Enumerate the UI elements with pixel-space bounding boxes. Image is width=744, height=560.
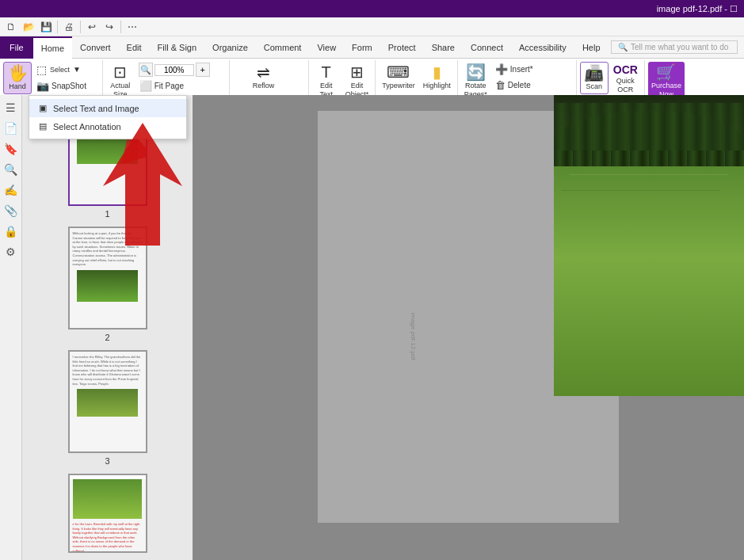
- quick-ocr-button[interactable]: OCR QuickOCR: [610, 62, 641, 97]
- menu-file[interactable]: File: [0, 36, 33, 59]
- scan-label: Scan: [586, 82, 603, 91]
- select-text-image-label: Select Text and Image: [53, 104, 139, 113]
- open-icon[interactable]: 📂: [21, 19, 36, 35]
- select-label: Select: [50, 66, 70, 74]
- print-icon[interactable]: 🖨: [61, 19, 77, 35]
- zoom-in-button[interactable]: +: [196, 63, 210, 77]
- thumbnail-panel: They did experience quite a feast. Their…: [22, 95, 193, 560]
- new-icon[interactable]: 🗋: [3, 19, 19, 35]
- thumbnail-text-3: I remember the Rilley. The grandmothers …: [70, 352, 146, 389]
- thumbnail-item-3[interactable]: I remember the Rilley. The grandmothers …: [68, 350, 147, 466]
- thumbnail-img-area-4: [73, 479, 141, 519]
- sidebar-icon-sign[interactable]: ✍: [2, 181, 21, 200]
- highlight-button[interactable]: ▮ Highlight: [420, 62, 454, 93]
- thumbnail-frame-4[interactable]: e for the town. Breeded with my stuff at…: [68, 474, 147, 553]
- menu-form[interactable]: Form: [344, 36, 380, 59]
- thumbnail-number-1: 1: [105, 209, 109, 219]
- menu-accessibility[interactable]: Accessibility: [511, 36, 574, 59]
- sidebar-icon-pages[interactable]: ☰: [2, 98, 21, 117]
- redo-icon[interactable]: ↪: [101, 19, 117, 35]
- sidebar-icon-attach[interactable]: 📎: [2, 201, 21, 220]
- menu-connect[interactable]: Connect: [463, 36, 511, 59]
- grass-line-1: [570, 174, 728, 175]
- toolbar-sep-3: [120, 21, 121, 33]
- menu-share[interactable]: Share: [424, 36, 463, 59]
- select-icon: ⬚: [36, 64, 47, 75]
- edit-text-icon: T: [322, 64, 331, 80]
- fit-page-label: Fit Page: [155, 82, 184, 90]
- sidebar-icon-bookmark[interactable]: 🔖: [2, 139, 21, 158]
- typewriter-button[interactable]: ⌨ Typewriter: [379, 62, 418, 93]
- thumbnail-img-area-3: [77, 389, 138, 417]
- select-button[interactable]: ⬚ Select ▼: [33, 62, 99, 78]
- thumbnail-frame-3[interactable]: I remember the Rilley. The grandmothers …: [68, 350, 147, 453]
- snapshot-button[interactable]: 📷 SnapShot: [33, 78, 99, 93]
- sidebar-icon-doc[interactable]: 📄: [2, 119, 21, 138]
- zoom-input[interactable]: [155, 64, 194, 76]
- scan-icon: 📠: [584, 65, 604, 81]
- menu-protect[interactable]: Protect: [380, 36, 424, 59]
- snapshot-icon: 📷: [36, 80, 49, 92]
- fit-page-icon: ⬜: [139, 80, 152, 92]
- grass-area: [554, 166, 744, 396]
- thumbnail-item-4[interactable]: e for the town. Breeded with my stuff at…: [68, 474, 147, 553]
- scan-button[interactable]: 📠 Scan: [580, 62, 609, 94]
- right-field-image: [554, 95, 744, 396]
- insert-icon: ➕: [495, 63, 508, 75]
- zoom-out-button[interactable]: 🔍: [139, 63, 153, 77]
- insert-button[interactable]: ➕ Insert*: [492, 62, 538, 77]
- quick-ocr-label: QuickOCR: [616, 77, 635, 94]
- hand-label: Hand: [9, 82, 26, 91]
- thumbnail-number-2: 2: [105, 333, 109, 342]
- save-icon[interactable]: 💾: [38, 19, 54, 35]
- menu-comment[interactable]: Comment: [256, 36, 310, 59]
- page-side-text: image pdf-12.pdf: [410, 312, 417, 360]
- select-dropdown-icon[interactable]: ▼: [73, 65, 81, 74]
- menu-fill-sign[interactable]: Fill & Sign: [150, 36, 205, 59]
- typewriter-icon: ⌨: [387, 64, 410, 80]
- dropdown-item-select-annotation[interactable]: ▤ Select Annotation: [29, 117, 186, 135]
- thumbnail-number-3: 3: [105, 456, 109, 466]
- select-annotation-label: Select Annotation: [53, 122, 121, 131]
- sidebar-icon-search[interactable]: 🔍: [2, 160, 21, 179]
- menu-organize[interactable]: Organize: [204, 36, 256, 59]
- dropdown-item-select-text-image[interactable]: ▣ Select Text and Image: [29, 99, 186, 117]
- search-placeholder: Tell me what you want to do: [631, 43, 728, 51]
- reflow-icon: ⇌: [257, 64, 270, 80]
- menu-convert[interactable]: Convert: [72, 36, 119, 59]
- typewriter-label: Typewriter: [382, 82, 415, 90]
- highlight-icon: ▮: [433, 64, 441, 80]
- reflow-button[interactable]: ⇌ Reflow: [233, 62, 295, 93]
- actual-size-icon: ⊡: [113, 64, 127, 80]
- quick-ocr-icon: OCR: [613, 64, 638, 75]
- menu-view[interactable]: View: [309, 36, 344, 59]
- thumbnail-text-2: Without looking at a part, if you be tha…: [70, 228, 146, 270]
- rotate-pages-icon: 🔄: [466, 64, 486, 80]
- toolbar-icons-row: 🗋 📂 💾 🖨 ↩ ↪ ⋯: [0, 17, 744, 36]
- sidebar-icon-settings[interactable]: ⚙: [2, 242, 21, 261]
- menu-edit[interactable]: Edit: [119, 36, 150, 59]
- zoom-bar: 🔍 +: [136, 62, 212, 78]
- fit-page-button[interactable]: ⬜ Fit Page: [136, 78, 212, 93]
- highlight-label: Highlight: [423, 82, 451, 90]
- thumbnail-text-4: e for the town. Breeded with my stuff at…: [70, 519, 146, 553]
- menu-help[interactable]: Help: [574, 36, 609, 59]
- more-icon[interactable]: ⋯: [124, 19, 140, 35]
- thumbnail-inner-2: Without looking at a part, if you be tha…: [70, 228, 146, 328]
- delete-button[interactable]: 🗑 Delete: [492, 78, 538, 93]
- snapshot-label: SnapShot: [52, 82, 86, 90]
- thumbnail-inner-3: I remember the Rilley. The grandmothers …: [70, 352, 146, 451]
- grass-line-2: [562, 190, 720, 191]
- sidebar-icon-lock[interactable]: 🔒: [2, 222, 21, 241]
- menu-home[interactable]: Home: [33, 36, 72, 59]
- reflow-label: Reflow: [253, 82, 275, 90]
- thumbnail-item-2[interactable]: Without looking at a part, if you be tha…: [68, 227, 147, 342]
- select-text-image-icon: ▣: [39, 103, 47, 113]
- menu-bar: File Home Convert Edit Fill & Sign Organ…: [0, 36, 744, 59]
- hand-icon: 🖐: [8, 65, 28, 81]
- undo-icon[interactable]: ↩: [84, 19, 100, 35]
- hand-button[interactable]: 🖐 Hand: [3, 62, 32, 94]
- insert-label: Insert*: [510, 65, 533, 74]
- thumbnail-frame-2[interactable]: Without looking at a part, if you be tha…: [68, 227, 147, 330]
- toolbar-sep-1: [57, 21, 58, 33]
